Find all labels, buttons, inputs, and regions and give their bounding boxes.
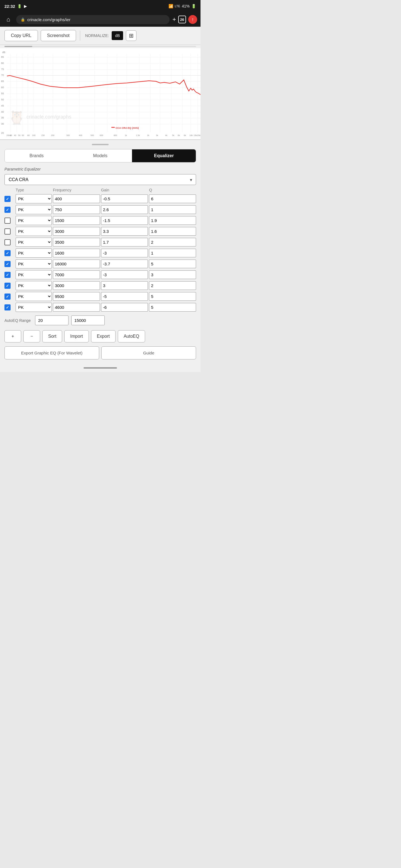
autoeq-min-input[interactable] bbox=[35, 315, 68, 325]
eq-checkbox[interactable] bbox=[4, 304, 10, 310]
eq-row: PK bbox=[0, 204, 200, 215]
tab-count[interactable]: 26 bbox=[178, 16, 186, 23]
eq-frequency-input[interactable] bbox=[53, 227, 100, 236]
eq-type-select[interactable]: PK bbox=[16, 227, 52, 236]
eq-gain-input[interactable] bbox=[101, 303, 148, 312]
eq-type-select[interactable]: PK bbox=[16, 248, 52, 258]
tab-bar: Brands Models Equalizer bbox=[4, 149, 196, 162]
eq-q-input[interactable] bbox=[149, 216, 196, 225]
signal-icon: 📶 bbox=[169, 4, 173, 8]
eq-gain-input[interactable] bbox=[101, 292, 148, 301]
eq-frequency-input[interactable] bbox=[53, 194, 100, 203]
eq-type-select[interactable]: PK bbox=[16, 270, 52, 279]
eq-frequency-input[interactable] bbox=[53, 238, 100, 247]
battery-indicator: 🔋 bbox=[191, 4, 196, 8]
eq-gain-input[interactable] bbox=[101, 227, 148, 236]
export-button[interactable]: Export bbox=[91, 330, 116, 342]
eq-q-input[interactable] bbox=[149, 227, 196, 236]
eq-q-input[interactable] bbox=[149, 249, 196, 257]
eq-q-input[interactable] bbox=[149, 281, 196, 290]
eq-type-select[interactable]: PK bbox=[16, 216, 52, 225]
eq-preset-select[interactable]: CCA CRA bbox=[4, 174, 196, 185]
tab-brands[interactable]: Brands bbox=[5, 149, 68, 162]
eq-frequency-input[interactable] bbox=[53, 281, 100, 290]
browser-actions: + 26 ↑ bbox=[172, 15, 197, 24]
eq-type-select[interactable]: PK bbox=[16, 281, 52, 290]
eq-gain-input[interactable] bbox=[101, 238, 148, 247]
eq-checkbox[interactable] bbox=[4, 218, 10, 224]
upload-button[interactable]: ↑ bbox=[188, 15, 197, 24]
eq-checkbox[interactable] bbox=[4, 239, 10, 245]
sort-button[interactable]: Sort bbox=[42, 330, 62, 342]
eq-type-select[interactable]: PK bbox=[16, 303, 52, 312]
eq-q-input[interactable] bbox=[149, 194, 196, 203]
svg-text:crinacle.com/graphs: crinacle.com/graphs bbox=[26, 114, 71, 120]
eq-frequency-input[interactable] bbox=[53, 303, 100, 312]
eq-frequency-input[interactable] bbox=[53, 292, 100, 301]
eq-row: PK bbox=[0, 280, 200, 291]
col-frequency: Frequency bbox=[53, 188, 100, 192]
action-buttons: +−SortImportExportAutoEQ bbox=[0, 328, 200, 345]
eq-gain-input[interactable] bbox=[101, 205, 148, 214]
normalize-db-value[interactable]: dB bbox=[112, 31, 123, 40]
eq-q-input[interactable] bbox=[149, 205, 196, 214]
eq-frequency-input[interactable] bbox=[53, 271, 100, 279]
eq-gain-input[interactable] bbox=[101, 281, 148, 290]
screenshot-button[interactable]: Screenshot bbox=[41, 30, 76, 41]
eq-gain-input[interactable] bbox=[101, 249, 148, 257]
nav-bar bbox=[0, 365, 200, 372]
eq-type-select[interactable]: PK bbox=[16, 292, 52, 301]
eq-checkbox[interactable] bbox=[4, 293, 10, 300]
tab-models[interactable]: Models bbox=[68, 149, 132, 162]
import-button[interactable]: Import bbox=[64, 330, 89, 342]
eq-checkbox[interactable] bbox=[4, 250, 10, 256]
eq-q-input[interactable] bbox=[149, 238, 196, 247]
eq-gain-input[interactable] bbox=[101, 259, 148, 268]
eq-q-input[interactable] bbox=[149, 292, 196, 301]
eq-gain-input[interactable] bbox=[101, 216, 148, 225]
autoeq-label: AutoEQ Range bbox=[4, 318, 32, 323]
eq-q-input[interactable] bbox=[149, 271, 196, 279]
eq-checkbox[interactable] bbox=[4, 207, 10, 213]
eq-checkbox[interactable] bbox=[4, 261, 10, 267]
eq-frequency-input[interactable] bbox=[53, 205, 100, 214]
battery-icon: 🔋 bbox=[17, 4, 22, 8]
svg-text:35: 35 bbox=[1, 116, 4, 119]
minus-button[interactable]: − bbox=[23, 330, 40, 342]
eq-gain-input[interactable] bbox=[101, 271, 148, 279]
eq-type-select[interactable]: PK bbox=[16, 259, 52, 269]
home-button[interactable]: ⌂ bbox=[3, 14, 13, 25]
drag-handle[interactable] bbox=[0, 142, 200, 147]
svg-text:50: 50 bbox=[18, 134, 20, 136]
tab-equalizer[interactable]: Equalizer bbox=[132, 149, 196, 162]
watermark-icon: 🦉 bbox=[8, 110, 25, 125]
eq-q-input[interactable] bbox=[149, 259, 196, 268]
eq-type-select[interactable]: PK bbox=[16, 238, 52, 247]
svg-text:8k: 8k bbox=[184, 134, 186, 136]
add-button[interactable]: + bbox=[4, 330, 21, 342]
eq-frequency-input[interactable] bbox=[53, 249, 100, 257]
eq-type-select[interactable]: PK bbox=[16, 205, 52, 214]
eq-checkbox[interactable] bbox=[4, 272, 10, 278]
eq-gain-input[interactable] bbox=[101, 194, 148, 203]
autoeq-max-input[interactable] bbox=[71, 315, 105, 325]
copy-url-button[interactable]: Copy URL bbox=[4, 30, 38, 41]
guide-button[interactable]: Guide bbox=[102, 346, 196, 360]
export-graphic-eq-button[interactable]: Export Graphic EQ (For Wavelet) bbox=[4, 346, 99, 360]
col-q: Q bbox=[149, 188, 196, 192]
eq-frequency-input[interactable] bbox=[53, 216, 100, 225]
eq-type-select[interactable]: PK bbox=[16, 194, 52, 204]
eq-checkbox[interactable] bbox=[4, 228, 10, 235]
url-bar[interactable]: 🔒 crinacle.com/graphs/ier bbox=[16, 15, 170, 24]
svg-text:6k: 6k bbox=[178, 134, 180, 136]
eq-frequency-input[interactable] bbox=[53, 259, 100, 268]
eq-checkbox[interactable] bbox=[4, 283, 10, 289]
graph-area: dB 85 80 75 70 65 60 55 50 45 40 35 30 2… bbox=[0, 48, 200, 140]
eq-q-input[interactable] bbox=[149, 303, 196, 312]
eq-checkbox[interactable] bbox=[4, 196, 10, 202]
plus-icon[interactable]: + bbox=[172, 16, 176, 23]
autoeq-button[interactable]: AutoEQ bbox=[118, 330, 145, 342]
expand-button[interactable]: ⊞ bbox=[126, 30, 137, 41]
section-title: Parametric Equalizer bbox=[0, 165, 200, 173]
scroll-thumb[interactable] bbox=[4, 46, 32, 47]
